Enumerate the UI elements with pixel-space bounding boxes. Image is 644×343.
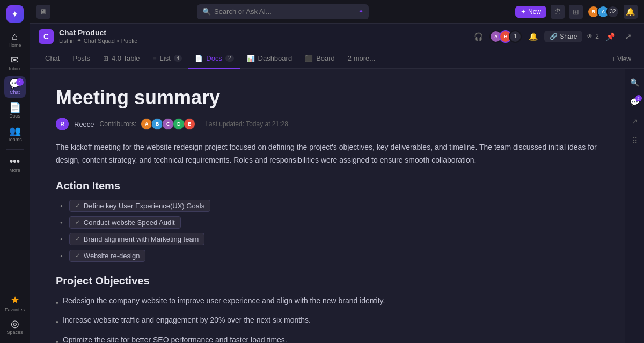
notification-icon-btn[interactable]: 🔔 [624,5,638,19]
workspace-title: Chat Product [59,28,466,37]
action-item-2-text: Conduct website Speed Audit [84,218,175,227]
right-search-btn[interactable]: 🔍 [627,75,642,90]
check-icon-1: ✓ [75,202,80,209]
tab-more-label: 2 more... [348,54,375,62]
bullet-2: ● [60,220,63,225]
list-item: • Optimize the site for better SEO perfo… [56,334,599,343]
action-item-1[interactable]: ✓ Define key User Experience(UX) Goals [69,200,210,212]
docs-badge: 2 [225,55,234,62]
action-item-2[interactable]: ✓ Conduct website Speed Audit [69,216,181,229]
tab-chat-label: Chat [45,54,60,62]
tab-chat[interactable]: Chat [39,49,66,69]
contrib-5: E [184,118,195,130]
tab-posts-label: Posts [72,54,90,62]
bell-icon-btn[interactable]: 🔔 [526,30,540,43]
contributors-label: Contributors: [100,120,137,128]
add-view-button[interactable]: + View [608,53,635,65]
tab-dashboard[interactable]: 📊 Dashboard [240,49,299,69]
content-main: Meeting summary R Reece Contributors: A … [30,69,625,343]
timer-icon-btn[interactable]: ⏱ [551,5,565,19]
check-icon-4: ✓ [75,252,80,259]
list-item: ● ✓ Brand alignment with Marketing team [56,233,599,245]
contributors-group: Contributors: A B C D E [100,118,196,130]
chat-badge: 4 [16,78,24,86]
sidebar-label-home: Home [8,42,21,48]
tab-docs[interactable]: 📄 Docs 2 [188,49,240,69]
content-wrapper: Meeting summary R Reece Contributors: A … [30,69,644,343]
objectives-list: • Redesign the company website to improv… [56,295,599,343]
sidebar-item-inbox[interactable]: ✉ Inbox [4,53,26,74]
project-objectives-title: Project Objectives [56,275,599,287]
ai-icon: ✦ [358,8,363,15]
list-item: • Increase website traffic and engagemen… [56,314,599,328]
new-star-icon: ✦ [521,8,526,16]
action-items-title: Action Items [56,180,599,192]
action-item-3[interactable]: ✓ Brand alignment with Marketing team [69,233,205,245]
workspace-icon: C [39,29,54,44]
dashboard-icon: 📊 [247,55,255,62]
headphones-icon-btn[interactable]: 🎧 [471,30,485,43]
doc-last-updated: Last updated: Today at 21:28 [205,120,288,128]
sidebar-item-teams[interactable]: 👥 Teams [4,123,26,145]
workspace-header: C Chat Product List in ✦ Chat Squad • Pu… [30,24,644,49]
list-item: ● ✓ Define key User Experience(UX) Goals [56,200,599,212]
right-options-icon: ⠿ [632,136,638,145]
sidebar-item-docs[interactable]: 📄 Docs [4,100,26,121]
right-comments-btn[interactable]: 💬 2 [627,94,642,110]
follow-count: 👁 2 [587,33,599,40]
avatar-group: R A 32 [587,5,619,18]
ws-avatar-group: A B 1 [489,30,522,43]
workspace-info: Chat Product List in ✦ Chat Squad • Publ… [59,28,466,44]
author-avatar: R [56,118,69,130]
tab-list[interactable]: ≡ List 4 [147,49,189,69]
tab-table-label: 4.0 Table [112,54,140,62]
bullet-3: ● [60,237,63,242]
browser-icon-btn[interactable]: 🖥 [36,5,50,19]
visibility-label: Public [121,38,137,44]
sidebar-label-more: More [9,167,20,173]
list-item: ● ✓ Conduct website Speed Audit [56,216,599,229]
right-options-btn[interactable]: ⠿ [627,133,642,148]
action-item-3-text: Brand alignment with Marketing team [84,235,199,243]
topbar: 🖥 🔍 Search or Ask AI... ✦ ✦ New ⏱ ⊞ R A … [30,0,644,24]
apps-icon-btn[interactable]: ⊞ [569,5,583,19]
sidebar-label-teams: Teams [8,137,22,142]
contrib-3: C [162,118,174,130]
follow-icon: 👁 [587,33,593,40]
sidebar-item-spaces[interactable]: ◎ Spaces [4,316,26,338]
more-icon: ••• [10,157,20,166]
action-item-4[interactable]: ✓ Website re-design [69,250,146,262]
right-share-icon: ↗ [632,117,638,126]
tab-table[interactable]: ⊞ 4.0 Table [97,49,147,69]
tab-list-label: List [160,54,171,62]
sidebar-item-favorites[interactable]: ★ Favorites [4,293,26,314]
topbar-left: 🖥 [36,5,50,19]
expand-icon-btn[interactable]: ⤢ [621,30,635,43]
app-logo[interactable]: ✦ [6,5,24,23]
left-sidebar: ✦ ⌂ Home ✉ Inbox 💬 4 Chat 📄 Docs 👥 Teams… [0,0,30,343]
tab-board[interactable]: ⬛ Board [298,49,341,69]
tab-board-label: Board [316,54,335,62]
sidebar-item-more[interactable]: ••• More [4,154,26,176]
list-item: • Redesign the company website to improv… [56,295,599,309]
avatar-count: 32 [606,5,619,18]
check-icon-3: ✓ [75,235,80,243]
list-in-label: List in [59,38,75,44]
tab-posts[interactable]: Posts [66,49,97,69]
sidebar-divider [6,149,24,150]
sidebar-favorites-divider [6,288,24,288]
right-share-btn[interactable]: ↗ [627,114,642,129]
obj-bullet-3: • [56,336,58,343]
sidebar-label-spaces: Spaces [6,330,23,335]
tab-more[interactable]: 2 more... [341,49,382,69]
new-button[interactable]: ✦ New [515,6,546,18]
search-bar[interactable]: 🔍 Search or Ask AI... ✦ [197,4,369,19]
share-button[interactable]: 🔗 Share [544,31,582,42]
contrib-2: B [151,118,163,130]
sidebar-item-home[interactable]: ⌂ Home [4,29,26,50]
action-item-4-text: Website re-design [84,252,140,260]
doc-title: Meeting summary [56,86,599,109]
pin-icon-btn[interactable]: 📌 [603,30,617,43]
sidebar-item-chat[interactable]: 💬 4 Chat [4,76,26,98]
sidebar-label-favorites: Favorites [5,307,25,312]
